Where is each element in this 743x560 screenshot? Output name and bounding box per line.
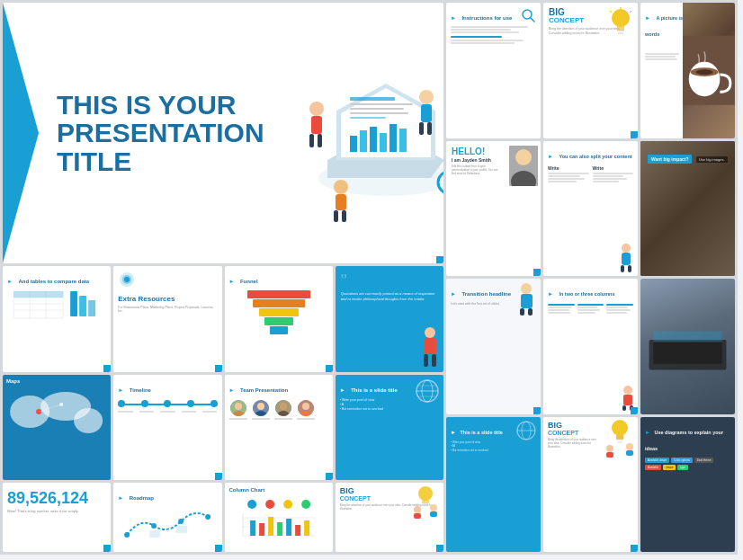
corner-accent: [326, 473, 333, 480]
svg-point-80: [283, 500, 292, 509]
svg-point-44: [124, 277, 130, 282]
svg-point-51: [74, 408, 103, 433]
slide-split-content[interactable]: ► You can also split your content Write …: [543, 141, 638, 277]
person-photo: [509, 146, 538, 186]
slide-extra-resources[interactable]: Extra Resources For Businesses Plans, Ma…: [113, 266, 221, 372]
svg-rect-129: [653, 332, 721, 342]
table-illustration: [7, 287, 106, 323]
svg-point-102: [612, 9, 630, 27]
svg-point-72: [124, 532, 130, 538]
svg-rect-99: [430, 511, 437, 517]
right-row-4: ► This is a slide title • Write your poi…: [446, 417, 735, 553]
svg-point-79: [265, 500, 274, 509]
lightbulb-icon: [608, 7, 633, 39]
svg-point-62: [280, 403, 287, 410]
slide-tag-impact-2[interactable]: [640, 279, 735, 414]
resources-icon: [118, 271, 145, 289]
svg-rect-39: [70, 291, 77, 316]
slide-tag-impact[interactable]: Want big impact? Use big images.: [640, 141, 735, 277]
corner-accent: [631, 131, 638, 138]
svg-point-59: [257, 403, 264, 410]
slide-big-concept-3[interactable]: BIG CONCEPT Bring the attention of your …: [543, 417, 638, 553]
svg-point-93: [418, 486, 433, 501]
slide-this-slide-title[interactable]: ► This is a slide title • Write your poi…: [446, 417, 541, 553]
slide-tables[interactable]: ► And tables to compare data: [3, 266, 111, 372]
magnifying-glass-icon: [520, 7, 536, 23]
svg-line-106: [610, 11, 612, 13]
svg-point-133: [612, 420, 628, 436]
svg-point-74: [178, 519, 184, 524]
svg-point-45: [425, 327, 435, 338]
slide-timeline[interactable]: ► Timeline: [113, 375, 221, 481]
split-person: [617, 242, 635, 273]
slide-team[interactable]: ► Team Presentation: [225, 375, 333, 481]
slide-picture-worth[interactable]: ► A picture is worth a thousand words: [640, 3, 735, 138]
svg-rect-92: [304, 520, 309, 536]
slide-diagrams[interactable]: ► Use diagrams to explain your ideas Ava…: [640, 417, 735, 553]
slide-big-concept-1[interactable]: BIG CONCEPT Bring the attention of your …: [543, 3, 638, 138]
slide-instructions[interactable]: ► Instructions for use: [446, 3, 541, 138]
slide-big-number[interactable]: 89,526,124 Wow! That's a big number, wri…: [3, 483, 111, 552]
svg-rect-10: [389, 124, 397, 152]
slide-funnel[interactable]: ► Funnel: [225, 266, 333, 372]
transition-person: [515, 281, 538, 317]
slide-slide-title[interactable]: ► This is a slide title • Write your poi…: [336, 375, 443, 481]
avatar-1: [230, 400, 246, 416]
svg-rect-18: [419, 122, 424, 135]
svg-point-119: [521, 283, 532, 294]
svg-rect-15: [318, 134, 322, 147]
corner-accent: [533, 407, 541, 414]
svg-rect-19: [427, 122, 432, 135]
svg-rect-118: [628, 265, 631, 272]
roadmap-svg: [118, 503, 217, 544]
right-row-1: ► Instructions for use BIG: [446, 3, 735, 138]
hero-illustration: [273, 21, 443, 245]
svg-rect-76: [149, 530, 160, 538]
concept-lightbulb: [604, 419, 636, 459]
slide-two-three-cols[interactable]: ► In two or three columns: [543, 279, 638, 414]
svg-point-111: [696, 69, 713, 75]
svg-rect-47: [424, 354, 428, 367]
svg-rect-8: [370, 127, 377, 152]
svg-rect-2: [350, 103, 413, 105]
svg-point-65: [302, 403, 309, 410]
corner-accent: [326, 365, 333, 372]
svg-rect-90: [286, 519, 291, 536]
slide-big-concept-2[interactable]: BIG CONCEPT Bring the attention of your …: [336, 483, 443, 552]
corner-accent: [215, 473, 222, 480]
svg-rect-17: [421, 104, 432, 122]
slide-roadmap[interactable]: ► Roadmap: [113, 483, 221, 552]
svg-rect-48: [432, 354, 436, 367]
slide-hello[interactable]: HELLO! I am Jayden Smith Edit this conta…: [446, 141, 541, 277]
svg-line-101: [531, 18, 534, 22]
svg-rect-124: [623, 395, 632, 405]
svg-rect-134: [616, 435, 623, 440]
slide-maps[interactable]: Maps: [3, 375, 111, 481]
left-row-4: 89,526,124 Wow! That's a big number, wri…: [3, 483, 443, 552]
svg-rect-41: [88, 300, 95, 316]
svg-rect-94: [422, 500, 429, 503]
svg-rect-38: [13, 291, 63, 298]
slide-transition[interactable]: ► Transition headline Let's start with t…: [446, 279, 541, 414]
coffee-photo: [683, 3, 735, 138]
svg-rect-128: [653, 342, 721, 364]
corner-accent: [215, 545, 222, 552]
main-container: THIS IS YOUR PRESENTATION TITLE: [0, 0, 738, 555]
avatar-2: [253, 400, 269, 416]
svg-rect-11: [399, 129, 407, 152]
hero-slide[interactable]: THIS IS YOUR PRESENTATION TITLE: [3, 3, 443, 263]
slide-quotation[interactable]: " Quotations are commonly printed as a m…: [336, 266, 443, 372]
right-section: ► Instructions for use BIG: [446, 3, 735, 552]
svg-rect-46: [425, 338, 436, 354]
svg-rect-5: [350, 117, 386, 119]
svg-rect-13: [311, 116, 322, 134]
svg-rect-3: [350, 108, 404, 110]
slide-column-chart[interactable]: Column Chart: [225, 483, 333, 552]
svg-rect-97: [414, 513, 421, 519]
svg-rect-1: [350, 97, 395, 101]
svg-rect-88: [268, 517, 273, 536]
svg-rect-26: [334, 210, 338, 222]
world-map-svg: [6, 387, 107, 436]
svg-rect-6: [350, 136, 357, 152]
svg-point-109: [689, 62, 721, 97]
